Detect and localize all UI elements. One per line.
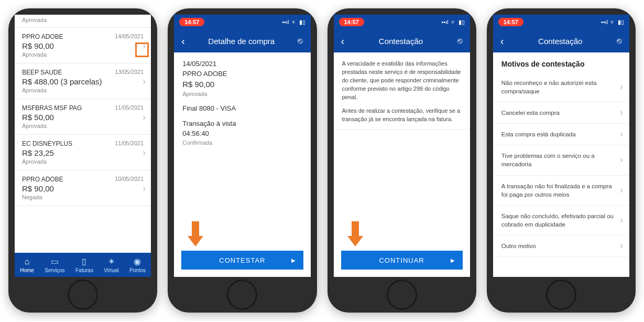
button-label: CONTESTAR <box>219 256 265 264</box>
tab-home[interactable]: ⌂ Home <box>20 257 34 273</box>
section-title: Motivos de contestação <box>493 52 629 72</box>
exit-icon[interactable]: ⎋ <box>298 36 303 46</box>
transaction-item[interactable]: PPRO ADOBE 10/05/2021 R$ 90,00 Negada › <box>15 170 151 206</box>
status-label: Aprovada <box>22 123 144 129</box>
status-label: Aprovada <box>22 51 144 58</box>
reason-item[interactable]: Esta compra está duplicada <box>493 124 629 145</box>
chevron-right-icon: › <box>143 40 146 51</box>
detail-card: Final 8080 - VISA <box>182 104 302 112</box>
screen-transactions: Aprovada PPRO ADOBE 14/05/2021 R$ 90,00 … <box>15 15 151 277</box>
chevron-right-icon: › <box>143 147 146 158</box>
screen-purchase-detail: 14:57 ••ıl ᯤ ▮▯ ‹ Detalhe de compra ⎋ 14… <box>174 15 310 277</box>
screen-reasons: 14:57 ••ıl ᯤ ▮▯ ‹ Contestação ⎋ Motivos … <box>493 15 629 277</box>
transaction-list: PPRO ADOBE 14/05/2021 R$ 90,00 Aprovada … <box>15 28 151 253</box>
detail-date: 14/05/2021 <box>182 60 302 68</box>
tab-points[interactable]: ◉ Pontos <box>129 256 146 273</box>
continue-button[interactable]: CONTINUAR ▶ <box>341 251 463 270</box>
phone-4: 14:57 ••ıl ᯤ ▮▯ ‹ Contestação ⎋ Motivos … <box>487 8 636 313</box>
play-icon: ▶ <box>451 257 455 263</box>
page-title: Detalhe de compra <box>208 37 275 46</box>
status-label: Aprovada <box>22 158 144 165</box>
detail-status: Aprovada <box>182 91 302 97</box>
home-icon: ⌂ <box>25 257 30 266</box>
detail-time: 04:56:40 <box>182 130 302 137</box>
transaction-item[interactable]: BEEP SAUDE 13/05/2021 R$ 488,00 (3 parce… <box>15 63 151 99</box>
transaction-item[interactable]: EC DISNEYPLUS 11/05/2021 R$ 23,25 Aprova… <box>15 135 151 170</box>
phone-1: Aprovada PPRO ADOBE 14/05/2021 R$ 90,00 … <box>8 8 157 313</box>
status-label: Negada <box>22 194 144 200</box>
reason-item[interactable]: A transação não foi finalizada e a compr… <box>493 176 629 206</box>
back-icon[interactable]: ‹ <box>341 35 345 47</box>
status-label: Aprovada <box>22 87 144 93</box>
tab-bar: ⌂ Home ▭ Serviços ▯ Faturas ✶ Virtual ◉ … <box>15 253 151 277</box>
phone-3: 14:57 ••ıl ᯤ ▮▯ ‹ Contestação ⎋ A veraci… <box>328 8 476 313</box>
tab-virtual[interactable]: ✶ Virtual <box>104 256 118 273</box>
reason-item[interactable]: Não reconheço e não autorizei esta compr… <box>493 72 629 102</box>
wifi-icon: ᯤ <box>451 19 456 25</box>
reason-item[interactable]: Tive problemas com o serviço ou a mercad… <box>493 145 629 175</box>
nav-bar: ‹ Contestação ⎋ <box>493 29 629 52</box>
play-icon: ▶ <box>291 257 296 263</box>
invoice-icon: ▯ <box>82 256 86 266</box>
reason-item[interactable]: Outro motivo <box>493 235 629 257</box>
back-icon[interactable]: ‹ <box>181 35 185 47</box>
amount-label: R$ 90,00 <box>22 184 144 193</box>
exit-icon[interactable]: ⎋ <box>617 36 622 46</box>
page-title: Contestação <box>379 37 423 46</box>
tab-label: Virtual <box>104 267 118 273</box>
amount-label: R$ 23,25 <box>22 148 144 157</box>
tab-services[interactable]: ▭ Serviços <box>45 256 64 273</box>
battery-icon: ▮▯ <box>299 19 305 26</box>
amount-label: R$ 50,00 <box>22 113 144 122</box>
tab-label: Pontos <box>129 267 146 273</box>
status-icons: ••ıl ᯤ ▮▯ <box>282 19 305 26</box>
detail-body: 14/05/2021 PPRO ADOBE R$ 90,00 Aprovada … <box>174 52 310 251</box>
detail-merchant: PPRO ADOBE <box>182 70 302 78</box>
date-label: 11/05/2021 <box>115 104 144 112</box>
status-bar: 14:57 ••ıl ᯤ ▮▯ <box>493 15 629 29</box>
disclaimer-para-1: A veracidade e exatidão das informações … <box>342 60 462 102</box>
transaction-item[interactable]: MSFBRAS MSF PAG 11/05/2021 R$ 50,00 Apro… <box>15 99 151 135</box>
wifi-icon: ᯤ <box>291 19 297 25</box>
disclaimer-body: A veracidade e exatidão das informações … <box>334 52 470 251</box>
nav-bar: ‹ Contestação ⎋ <box>334 29 470 52</box>
date-label: 11/05/2021 <box>115 140 144 147</box>
reason-item[interactable]: Saque não concluído, efetivado parcial o… <box>493 206 629 235</box>
amount-label: R$ 488,00 (3 parcelas) <box>22 77 144 86</box>
status-time: 14:57 <box>179 18 204 26</box>
tab-invoices[interactable]: ▯ Faturas <box>75 256 93 273</box>
merchant-label: BEEP SAUDE <box>22 69 62 76</box>
status-bar: 14:57 ••ıl ᯤ ▮▯ <box>174 15 310 29</box>
signal-icon: ••ıl <box>442 19 449 25</box>
virtual-icon: ✶ <box>108 256 115 266</box>
battery-icon: ▮▯ <box>459 19 465 26</box>
points-icon: ◉ <box>134 256 141 266</box>
merchant-label: MSFBRAS MSF PAG <box>22 104 82 112</box>
date-label: 10/05/2021 <box>115 176 144 183</box>
exit-icon[interactable]: ⎋ <box>457 36 463 46</box>
signal-icon: ••ıl <box>601 19 608 25</box>
reasons-body: Motivos de contestação Não reconheço e n… <box>493 52 629 277</box>
date-label: 14/05/2021 <box>115 33 144 40</box>
date-label: 13/05/2021 <box>115 69 144 76</box>
reason-item[interactable]: Cancelei esta compra <box>493 102 629 124</box>
signal-icon: ••ıl <box>282 19 289 25</box>
contest-button[interactable]: CONTESTAR ▶ <box>181 251 303 270</box>
disclaimer-para-2: Antes de realizar a contestação, verifiq… <box>342 107 462 124</box>
tab-label: Faturas <box>75 267 93 273</box>
detail-type: Transação à vista <box>182 120 302 127</box>
amount-label: R$ 90,00 <box>22 41 144 50</box>
merchant-label: EC DISNEYPLUS <box>22 140 72 147</box>
page-title: Contestação <box>538 37 582 46</box>
status-time: 14:57 <box>339 18 364 26</box>
cta-wrap: CONTINUAR ▶ <box>334 251 470 277</box>
header-status: Aprovada <box>15 15 151 28</box>
tab-label: Serviços <box>45 267 64 273</box>
wifi-icon: ᯤ <box>610 19 616 25</box>
status-icons: ••ıl ᯤ ▮▯ <box>601 19 624 26</box>
merchant-label: PPRO ADOBE <box>22 33 63 40</box>
button-label: CONTINUAR <box>379 256 424 264</box>
back-icon[interactable]: ‹ <box>500 35 504 47</box>
services-icon: ▭ <box>51 256 59 266</box>
transaction-item[interactable]: PPRO ADOBE 14/05/2021 R$ 90,00 Aprovada … <box>15 28 151 63</box>
